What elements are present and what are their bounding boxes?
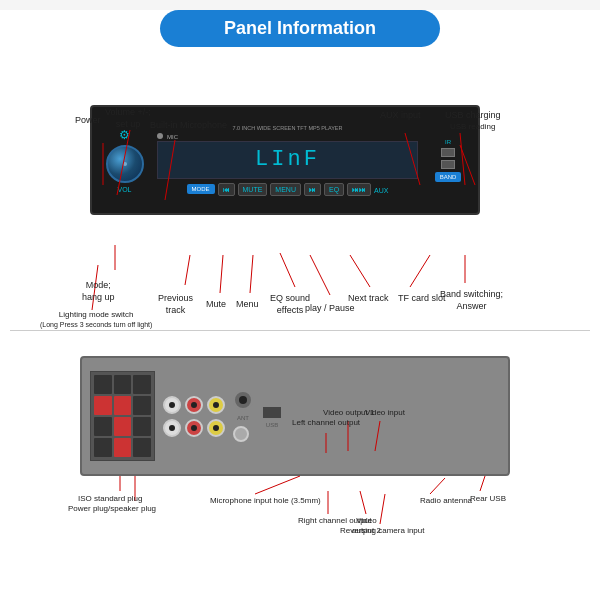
rca-jack-red-2[interactable] (185, 419, 203, 437)
wire-pin (114, 375, 132, 394)
wire-pin-red (114, 396, 132, 415)
next-button[interactable]: ⏭⏭ (347, 183, 371, 196)
panel-left: ⚙ VOL (97, 128, 152, 193)
anno-band-switch: Band switching;Answer (440, 289, 503, 312)
panel-right: IR BAND (423, 139, 473, 182)
menu-button[interactable]: MENU (270, 183, 301, 196)
anno-radio-antenna: Radio antenna (420, 496, 472, 506)
mode-button[interactable]: MODE (187, 184, 215, 194)
mic-label: MIC (167, 134, 178, 140)
svg-line-25 (380, 494, 385, 524)
svg-line-24 (430, 478, 445, 494)
rca-jack-red-1[interactable] (185, 396, 203, 414)
wire-pin (94, 375, 112, 394)
wire-pin-red (114, 417, 132, 436)
anno-prev-track: Previoustrack (158, 293, 193, 316)
mic-indicator (157, 133, 163, 139)
wire-pin (133, 438, 151, 457)
aux-area: ANT (233, 390, 253, 442)
wire-pin (94, 417, 112, 436)
front-panel: ⚙ VOL 7.0 INCH WIDE SCREEN TFT MP5 PLAYE… (90, 105, 480, 215)
back-panel: ANT USB (80, 356, 510, 476)
mute-button[interactable]: MUTE (238, 183, 268, 196)
rca-jack-white-1[interactable] (163, 396, 181, 414)
anno-mic-input: Microphone input hole (3.5mm) (210, 496, 321, 506)
page-container: Panel Information ⚙ VOL 7.0 INCH WIDE SC… (0, 10, 600, 600)
svg-line-13 (410, 255, 430, 287)
anno-rear-usb: Rear USB (470, 494, 506, 504)
skip-button[interactable]: ⏭ (304, 183, 321, 196)
svg-line-10 (280, 253, 295, 287)
anno-menu: Menu (236, 299, 259, 311)
wire-pin-red (114, 438, 132, 457)
eq-button[interactable]: EQ (324, 183, 344, 196)
volume-knob[interactable] (106, 145, 144, 183)
svg-line-15 (92, 265, 98, 310)
front-panel-section: ⚙ VOL 7.0 INCH WIDE SCREEN TFT MP5 PLAYE… (10, 55, 590, 325)
rca-jack-yellow-1[interactable] (207, 396, 225, 414)
lcd-screen: LInF (157, 141, 418, 179)
vol-label: VOL (117, 186, 131, 193)
anno-eq-sound: EQ soundeffects (270, 293, 310, 316)
wire-pin-red (94, 396, 112, 415)
anno-play-pause: play / Pause (305, 303, 355, 315)
wire-pin (133, 375, 151, 394)
page-title: Panel Information (224, 18, 376, 38)
svg-line-11 (310, 255, 330, 295)
usb-port-1[interactable] (441, 148, 455, 157)
svg-line-23 (360, 491, 366, 514)
title-bar: Panel Information (160, 10, 440, 47)
prev-button[interactable]: ⏮ (218, 183, 235, 196)
anno-next-track: Next track (348, 293, 389, 305)
anno-mode-hang: Mode;hang up (82, 280, 115, 303)
antenna-port[interactable] (233, 426, 249, 442)
svg-line-26 (480, 476, 485, 491)
rear-usb-port[interactable] (261, 405, 283, 420)
rca-row-bottom (163, 419, 225, 437)
mic-input-jack[interactable] (233, 390, 253, 410)
wire-pin (133, 396, 151, 415)
section-divider (10, 330, 590, 331)
rca-row-top (163, 396, 225, 414)
usb-port-2[interactable] (441, 160, 455, 169)
panel-screen: 7.0 INCH WIDE SCREEN TFT MP5 PLAYER MIC … (157, 125, 418, 196)
svg-line-8 (220, 255, 223, 293)
screen-title-label: 7.0 INCH WIDE SCREEN TFT MP5 PLAYER (232, 125, 342, 131)
svg-line-9 (250, 255, 253, 293)
anno-mute: Mute (206, 299, 226, 311)
band-button[interactable]: BAND (435, 172, 462, 182)
anno-lighting-mode: Lighting mode switch(Long Press 3 second… (40, 310, 152, 331)
anno-tf-card: TF card slot (398, 293, 446, 305)
anno-video-out2: Videooutput 2 (352, 516, 381, 537)
svg-line-18 (255, 476, 300, 494)
wire-pin (94, 438, 112, 457)
rear-usb-area: USB (261, 405, 283, 428)
wire-pin (133, 417, 151, 436)
wiring-connector (90, 371, 155, 461)
anno-power-speaker: Power plug/speaker plug (68, 504, 156, 514)
anno-reversing-cam: Reversing camera input (340, 526, 424, 536)
anno-right-channel: Right channel output (298, 516, 371, 526)
rca-jack-yellow-2[interactable] (207, 419, 225, 437)
rca-jack-white-2[interactable] (163, 419, 181, 437)
settings-icon: ⚙ (119, 128, 130, 142)
aux-text: AUX (374, 187, 388, 194)
anno-iso-plug: ISO standard plug (78, 494, 142, 504)
lcd-display: LInF (255, 147, 320, 172)
rca-section (163, 396, 225, 437)
svg-line-12 (350, 255, 370, 287)
svg-line-7 (185, 255, 190, 285)
ir-label: IR (445, 139, 451, 145)
back-panel-section: ANT USB (10, 336, 590, 576)
